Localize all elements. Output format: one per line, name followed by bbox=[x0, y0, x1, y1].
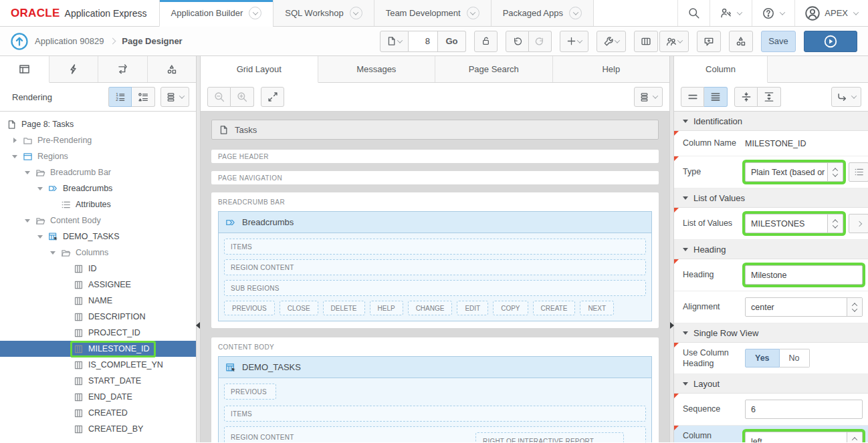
zoom-out-button[interactable] bbox=[207, 87, 231, 107]
tree-item-name[interactable]: NAME bbox=[0, 293, 196, 309]
tab-help[interactable]: Help bbox=[553, 56, 670, 82]
save-button[interactable]: Save bbox=[761, 31, 796, 52]
slot-page-header[interactable]: PAGE HEADER bbox=[211, 150, 659, 163]
type-select[interactable]: Plain Text (based or bbox=[745, 162, 843, 182]
page-up-icon[interactable] bbox=[11, 33, 28, 50]
nav-tab-team-development[interactable]: Team Development bbox=[374, 0, 491, 26]
heading-input[interactable]: Milestone bbox=[745, 265, 863, 285]
breadcrumb-application[interactable]: Application 90829 bbox=[35, 36, 104, 46]
tab-column[interactable]: Column bbox=[674, 56, 768, 83]
tree-item-regions[interactable]: Regions bbox=[0, 148, 196, 164]
redo-button[interactable] bbox=[529, 31, 552, 52]
tree-item-attributes[interactable]: Attributes bbox=[0, 196, 196, 212]
tree-item-description[interactable]: DESCRIPTION bbox=[0, 309, 196, 325]
zoom-in-button[interactable] bbox=[231, 87, 254, 107]
tree-item-assignee[interactable]: ASSIGNEE bbox=[0, 277, 196, 293]
show-all-button[interactable] bbox=[704, 87, 728, 107]
nav-tab-packaged-apps[interactable]: Packaged Apps bbox=[491, 0, 594, 26]
expand-button[interactable] bbox=[261, 87, 284, 107]
tab-dynamic-actions[interactable] bbox=[49, 56, 99, 82]
help-menu[interactable] bbox=[752, 0, 794, 26]
tree-expand-arrow[interactable] bbox=[8, 138, 21, 143]
toggle-option-no[interactable]: No bbox=[780, 349, 810, 367]
page-finder-button[interactable] bbox=[380, 31, 409, 52]
spinner-icon[interactable] bbox=[827, 214, 843, 233]
tree-item-page-8-tasks[interactable]: Page 8: Tasks bbox=[0, 116, 196, 132]
position-slot-copy[interactable]: COPY bbox=[493, 301, 528, 315]
slot-sub-regions[interactable]: SUB REGIONS bbox=[224, 280, 646, 296]
tab-page-search[interactable]: Page Search bbox=[435, 56, 553, 82]
shared-components-button[interactable] bbox=[634, 31, 658, 52]
tree-item-created-by[interactable]: CREATED_BY bbox=[0, 421, 196, 437]
tree-item-demo-tasks[interactable]: DEMO_TASKS bbox=[0, 229, 196, 245]
tab-menu-button[interactable] bbox=[569, 7, 582, 19]
alignment-select[interactable]: center bbox=[745, 297, 863, 317]
undo-button[interactable] bbox=[506, 31, 529, 52]
tab-rendering[interactable] bbox=[0, 56, 49, 83]
slot-page-navigation[interactable]: PAGE NAVIGATION bbox=[211, 171, 659, 184]
tree-item-id[interactable]: ID bbox=[0, 261, 196, 277]
breadcrumbs-region[interactable]: Breadcrumbs ITEMS REGION CONTENT SUB REG… bbox=[218, 211, 652, 321]
position-slot-next[interactable]: NEXT bbox=[580, 301, 614, 315]
nav-tab-sql-workshop[interactable]: SQL Workshop bbox=[273, 0, 373, 26]
position-slot-edit[interactable]: EDIT bbox=[457, 301, 488, 315]
page-header-bar[interactable]: Tasks bbox=[211, 120, 659, 140]
demo-tasks-region-header[interactable]: DEMO_TASKS bbox=[219, 357, 651, 378]
spinner-icon[interactable] bbox=[847, 432, 862, 442]
tree-item-breadcrumbs[interactable]: Breadcrumbs bbox=[0, 180, 196, 196]
tree-item-created[interactable]: CREATED bbox=[0, 405, 196, 421]
tree-collapse-arrow[interactable] bbox=[21, 171, 34, 174]
show-common-button[interactable] bbox=[681, 87, 704, 107]
position-slot-create[interactable]: CREATE bbox=[533, 301, 576, 315]
page-number-input[interactable]: 8 bbox=[409, 31, 438, 52]
tab-menu-button[interactable] bbox=[467, 7, 479, 19]
demo-tasks-region[interactable]: DEMO_TASKS PREVIOUS ITEMS REGION CONTENT… bbox=[218, 356, 652, 442]
list-of-values-select[interactable]: MILESTONES bbox=[745, 214, 843, 233]
tab-menu-button[interactable] bbox=[249, 7, 261, 19]
tree-item-project-id[interactable]: PROJECT_ID bbox=[0, 325, 196, 341]
tab-menu-button[interactable] bbox=[350, 7, 362, 19]
go-button[interactable]: Go bbox=[438, 31, 466, 52]
administration-menu[interactable] bbox=[710, 0, 752, 26]
column-alignment-select[interactable]: left bbox=[745, 432, 863, 442]
tree-collapse-arrow[interactable] bbox=[33, 187, 47, 190]
slot-items[interactable]: ITEMS bbox=[224, 239, 646, 255]
tree-item-content-body[interactable]: Content Body bbox=[0, 212, 196, 229]
position-slot-help[interactable]: HELP bbox=[370, 301, 403, 315]
tree-collapse-arrow[interactable] bbox=[33, 235, 47, 239]
left-splitter[interactable] bbox=[196, 56, 201, 442]
breadcrumbs-region-header[interactable]: Breadcrumbs bbox=[219, 212, 651, 233]
position-slot-delete[interactable]: DELETE bbox=[323, 301, 365, 315]
component-view-button[interactable] bbox=[729, 31, 753, 52]
position-slot-close[interactable]: CLOSE bbox=[280, 301, 318, 315]
tree-item-end-date[interactable]: END_DATE bbox=[0, 389, 196, 405]
tree-item-start-date[interactable]: START_DATE bbox=[0, 373, 196, 389]
section-header-list-of-values[interactable]: List of Values bbox=[674, 188, 868, 208]
order-by-type-button[interactable] bbox=[132, 87, 155, 107]
tree-item-breadcrumb-bar[interactable]: Breadcrumb Bar bbox=[0, 164, 196, 180]
tree-item-columns[interactable]: Columns bbox=[0, 245, 196, 261]
create-menu-button[interactable] bbox=[560, 31, 588, 52]
section-header-identification[interactable]: Identification bbox=[674, 112, 868, 131]
lock-button[interactable] bbox=[474, 31, 498, 52]
slot-items[interactable]: ITEMS bbox=[224, 406, 646, 422]
section-header-layout[interactable]: Layout bbox=[674, 374, 868, 394]
tab-shared-components[interactable] bbox=[148, 56, 197, 82]
tree-item-milestone-id[interactable]: MILESTONE_ID bbox=[0, 341, 196, 357]
slot-right-of-ir-search-bar[interactable]: RIGHT OF INTERACTIVE REPORT SEARCH BAR C… bbox=[475, 432, 624, 442]
goto-group-button[interactable] bbox=[831, 87, 861, 107]
position-slot-change[interactable]: CHANGE bbox=[408, 301, 453, 315]
spinner-icon[interactable] bbox=[827, 163, 843, 181]
collapse-all-button[interactable] bbox=[734, 87, 758, 107]
tab-processing[interactable] bbox=[98, 56, 148, 82]
order-by-sequence-button[interactable]: 12 bbox=[108, 87, 132, 107]
slot-previous[interactable]: PREVIOUS bbox=[224, 384, 276, 400]
tree-menu-button[interactable] bbox=[160, 87, 189, 107]
nav-tab-application-builder[interactable]: Application Builder bbox=[159, 0, 274, 27]
quick-pick-button[interactable] bbox=[849, 162, 868, 182]
tree-collapse-arrow[interactable] bbox=[21, 219, 34, 223]
run-button[interactable] bbox=[804, 31, 857, 52]
utilities-menu-button[interactable] bbox=[596, 31, 626, 52]
sequence-input[interactable]: 6 bbox=[745, 400, 863, 419]
search-button[interactable] bbox=[677, 0, 710, 26]
